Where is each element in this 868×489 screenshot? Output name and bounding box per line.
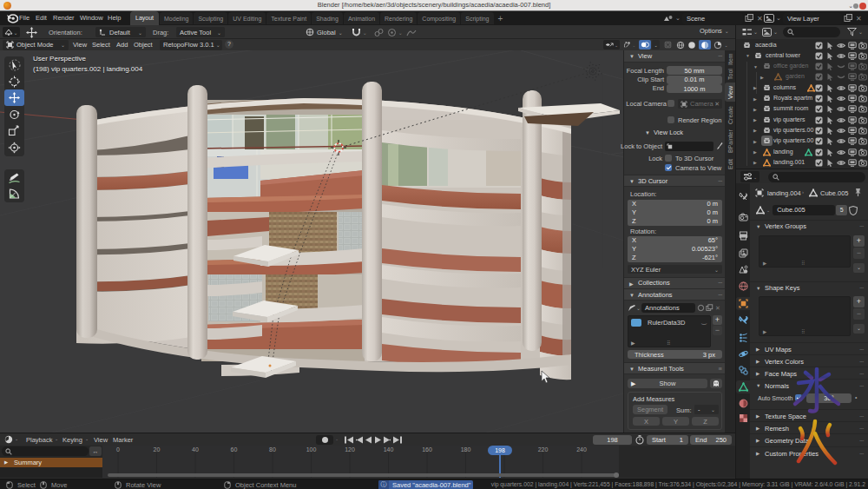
svg-text:0: 0 (116, 446, 120, 453)
svg-text:60: 60 (231, 446, 238, 453)
svg-text:100: 100 (306, 446, 317, 453)
svg-text:20: 20 (154, 446, 161, 453)
svg-text:180: 180 (461, 446, 471, 453)
svg-text:40: 40 (192, 446, 199, 453)
svg-text:80: 80 (269, 446, 276, 453)
svg-text:140: 140 (384, 446, 394, 453)
svg-text:240: 240 (576, 446, 587, 453)
svg-text:160: 160 (422, 446, 432, 453)
svg-text:220: 220 (538, 446, 549, 453)
svg-text:120: 120 (345, 446, 355, 453)
